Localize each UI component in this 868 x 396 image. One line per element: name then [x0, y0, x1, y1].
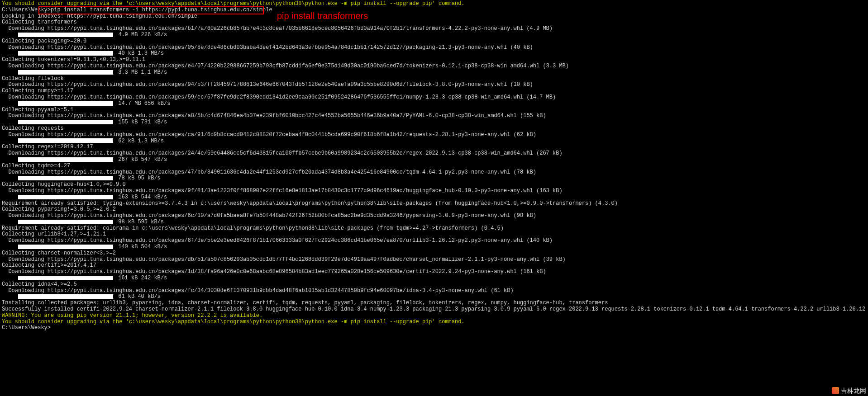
downloading-line: Downloading https://pypi.tuna.tsinghua.e… [2, 170, 866, 176]
warning-line: WARNING: You are using pip version 21.1.… [2, 313, 866, 319]
progress-bar [18, 195, 113, 199]
progress-bar [18, 70, 113, 75]
progress-stats: 161 kB 242 kB/s [115, 275, 167, 281]
downloading-line: Downloading https://pypi.tuna.tsinghua.e… [2, 94, 866, 101]
downloading-line: Downloading https://pypi.tuna.tsinghua.e… [2, 26, 866, 32]
progress-bar [18, 51, 113, 56]
collecting-line: Collecting urllib3<1.27,>=1.21.1 [2, 231, 866, 238]
progress-bar [18, 294, 113, 299]
progress-bar-line: 14.7 MB 656 kB/s [2, 101, 866, 107]
progress-stats: 140 kB 504 kB/s [115, 244, 167, 250]
progress-stats: 62 kB 1.3 MB/s [115, 138, 164, 144]
progress-bar [18, 33, 113, 37]
progress-bar [18, 276, 113, 280]
collecting-line: Collecting transformers [2, 19, 866, 26]
success-line: Successfully installed certifi-2022.9.24… [2, 306, 866, 313]
downloading-line: Downloading https://pypi.tuna.tsinghua.e… [2, 188, 866, 194]
progress-stats: 267 kB 547 kB/s [115, 156, 167, 163]
downloading-line: Downloading https://pypi.tuna.tsinghua.e… [2, 151, 866, 157]
progress-bar [18, 157, 113, 162]
progress-bar-line: 155 kB 731 kB/s [2, 119, 866, 126]
progress-stats: 155 kB 731 kB/s [115, 119, 167, 125]
collecting-line: Collecting pyparsing!=3.0.5,>=2.0.2 [2, 207, 866, 213]
downloading-line: Downloading https://pypi.tuna.tsinghua.e… [2, 213, 866, 219]
progress-bar-line: 161 kB 242 kB/s [2, 275, 866, 282]
progress-bar-line: 61 kB 40 kB/s [2, 294, 866, 300]
collecting-line: Collecting filelock [2, 76, 866, 82]
collecting-line: Collecting requests [2, 126, 866, 132]
watermark-text: 吉林龙网 [841, 387, 866, 394]
collecting-line: Collecting numpy>=1.17 [2, 88, 866, 94]
collecting-line: Collecting regex!=2019.12.17 [2, 144, 866, 151]
looking-in-indexes: Looking in indexes: https://pypi.tuna.ts… [2, 14, 866, 20]
pip-upgrade-hint: You should consider upgrading via the 'c… [2, 1, 866, 7]
downloading-line: Downloading https://pypi.tuna.tsinghua.e… [2, 132, 866, 138]
downloading-line: Downloading https://pypi.tuna.tsinghua.e… [2, 63, 866, 70]
collecting-line: Collecting pyyaml>=5.1 [2, 107, 866, 113]
prompt-line: C:\Users\Wesky> [2, 325, 866, 331]
progress-bar-line: 40 kB 1.3 MB/s [2, 51, 866, 57]
progress-stats: 3.3 MB 1.1 MB/s [115, 69, 167, 75]
progress-bar-line: 3.3 MB 1.1 MB/s [2, 70, 866, 76]
watermark: 吉林龙网 [832, 387, 866, 394]
prompt-line: C:\Users\Wesky>pip install transformers … [2, 7, 866, 14]
progress-bar-line: 78 kB 95 kB/s [2, 175, 866, 182]
progress-bar-line: 267 kB 547 kB/s [2, 157, 866, 163]
progress-bar [18, 176, 113, 180]
downloading-line: Downloading https://pypi.tuna.tsinghua.e… [2, 269, 866, 275]
collecting-line: Collecting certifi>=2017.4.17 [2, 263, 866, 269]
progress-bar-line: 4.9 MB 226 kB/s [2, 32, 866, 38]
progress-bar-line: 62 kB 1.3 MB/s [2, 138, 866, 145]
progress-bar [18, 245, 113, 249]
requirement-satisfied: Requirement already satisfied: typing-ex… [2, 201, 866, 207]
collecting-line: Collecting tqdm>=4.27 [2, 163, 866, 170]
downloading-line: Downloading https://pypi.tuna.tsinghua.e… [2, 257, 866, 263]
progress-stats: 61 kB 40 kB/s [115, 293, 161, 300]
downloading-line: Downloading https://pypi.tuna.tsinghua.e… [2, 288, 866, 294]
progress-bar-line: 163 kB 544 kB/s [2, 194, 866, 201]
downloading-line: Downloading https://pypi.tuna.tsinghua.e… [2, 238, 866, 244]
progress-bar [18, 138, 113, 143]
collecting-line: Collecting packaging>=20.0 [2, 38, 866, 45]
progress-stats: 78 kB 95 kB/s [115, 175, 161, 181]
progress-bar [18, 120, 113, 124]
progress-bar-line: 98 kB 595 kB/s [2, 219, 866, 226]
progress-stats: 14.7 MB 656 kB/s [115, 100, 170, 107]
downloading-line: Downloading https://pypi.tuna.tsinghua.e… [2, 82, 866, 88]
progress-bar [18, 101, 113, 106]
collecting-line: Collecting huggingface-hub<1.0,>=0.9.0 [2, 182, 866, 188]
warning-line: You should consider upgrading via the 'c… [2, 319, 866, 325]
progress-bar-line: 140 kB 504 kB/s [2, 244, 866, 250]
progress-stats: 98 kB 595 kB/s [115, 219, 164, 225]
requirement-satisfied: Requirement already satisfied: colorama … [2, 226, 866, 232]
collecting-line: Collecting tokenizers!=0.11.3,<0.13,>=0.… [2, 57, 866, 63]
progress-stats: 40 kB 1.3 MB/s [115, 50, 164, 57]
terminal-output[interactable]: You should consider upgrading via the 'c… [0, 0, 868, 332]
progress-stats: 163 kB 544 kB/s [115, 194, 167, 200]
watermark-logo-icon [832, 387, 839, 394]
downloading-line: Downloading https://pypi.tuna.tsinghua.e… [2, 113, 866, 119]
downloading-line: Downloading https://pypi.tuna.tsinghua.e… [2, 45, 866, 51]
progress-bar [18, 220, 113, 224]
installing-line: Installing collected packages: urllib3, … [2, 300, 866, 306]
collecting-line: Collecting idna<4,>=2.5 [2, 282, 866, 288]
progress-stats: 4.9 MB 226 kB/s [115, 32, 167, 38]
collecting-line: Collecting charset-normalizer<3,>=2 [2, 250, 866, 257]
